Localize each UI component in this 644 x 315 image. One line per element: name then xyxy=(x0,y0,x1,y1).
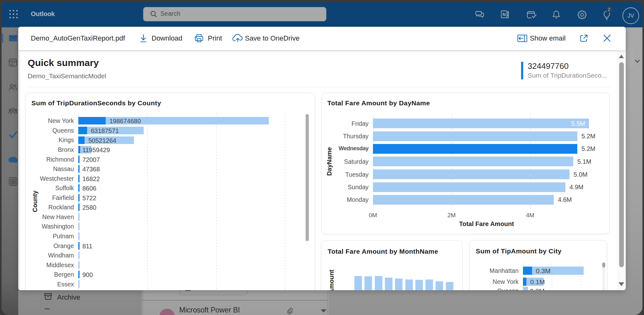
svg-text:2: 2 xyxy=(608,7,610,12)
svg-text:N: N xyxy=(502,12,506,17)
svg-text:JV: JV xyxy=(627,13,634,19)
